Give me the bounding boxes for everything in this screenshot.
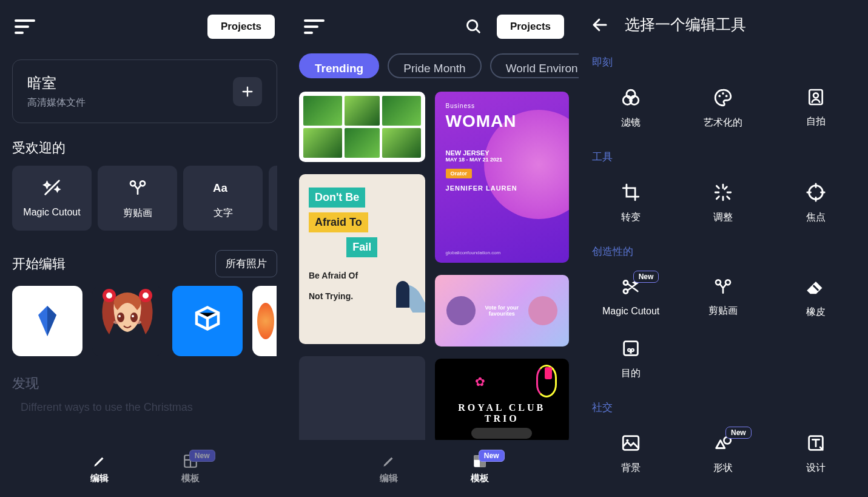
- diamond-icon: [29, 303, 66, 339]
- new-badge: New: [479, 450, 505, 462]
- tools-creative: New Magic Cutout 剪贴画 橡皮 目的: [579, 261, 868, 394]
- darkroom-subtitle: 高清媒体文件: [27, 96, 86, 109]
- template-card[interactable]: Vote for your favourites: [435, 275, 569, 347]
- nav-edit[interactable]: 编辑: [90, 453, 109, 484]
- tool-label: 焦点: [806, 211, 826, 224]
- template-text: Afraid To: [309, 212, 368, 232]
- projects-button[interactable]: Projects: [207, 15, 275, 39]
- template-card[interactable]: [299, 92, 425, 162]
- svg-point-23: [725, 95, 728, 97]
- text-icon: Aa: [212, 177, 234, 198]
- nav-label: 模板: [181, 473, 200, 484]
- photo-thumbnail[interactable]: [12, 286, 82, 356]
- section-label-instant: 即刻: [579, 49, 868, 72]
- tool-clipart[interactable]: 剪贴画: [677, 267, 769, 328]
- template-text: Fail: [346, 237, 377, 257]
- tool-artistic[interactable]: 艺术化的: [677, 78, 769, 139]
- eraser-icon: [806, 277, 826, 297]
- tool-label: 形状: [713, 462, 733, 475]
- svg-point-7: [113, 320, 119, 324]
- topbar: Projects: [289, 0, 579, 50]
- template-card[interactable]: ROYAL CLUB TRIO: [435, 359, 569, 444]
- anime-avatar-icon: [92, 286, 163, 356]
- tool-clipart[interactable]: 剪贴画: [98, 166, 177, 231]
- chip-trending[interactable]: Trending: [299, 53, 379, 78]
- section-label-social: 社交: [579, 394, 868, 417]
- svg-text:Aa: Aa: [213, 181, 227, 194]
- tool-label: 调整: [713, 211, 733, 224]
- tool-label: Magic Cutout: [23, 207, 80, 218]
- frame-scissors-icon: [621, 338, 641, 359]
- svg-point-25: [813, 93, 818, 98]
- template-card[interactable]: Business WOMAN NEW JERSEY MAY 18 - MAY 2…: [435, 92, 569, 263]
- section-discover: 发现: [0, 356, 289, 393]
- tool-adjust[interactable]: 调整: [677, 172, 769, 234]
- text-frame-icon: [806, 433, 826, 453]
- tool-magic-cutout[interactable]: New Magic Cutout: [585, 267, 677, 328]
- darkroom-title: 暗室: [27, 73, 86, 93]
- photos-row: [0, 286, 289, 356]
- back-arrow-icon[interactable]: [591, 16, 609, 34]
- nav-label: 模板: [471, 473, 489, 484]
- tool-transform[interactable]: 转变: [585, 172, 677, 234]
- scissors-icon: [127, 177, 149, 198]
- tool-background[interactable]: 背景: [585, 423, 677, 484]
- tool-label: 艺术化的: [704, 117, 742, 129]
- template-text: Orator: [446, 169, 473, 178]
- chip-pride-month[interactable]: Pride Month: [388, 53, 481, 78]
- tool-eraser[interactable]: 橡皮: [770, 267, 862, 328]
- template-text: globaliconfoundation.com: [446, 250, 501, 255]
- tool-purpose[interactable]: 目的: [585, 328, 677, 390]
- template-card[interactable]: [299, 356, 425, 453]
- tool-label: 剪贴画: [708, 305, 738, 317]
- portrait-icon: [806, 87, 826, 107]
- photo-thumbnail[interactable]: [172, 286, 243, 356]
- tool-magic-cutout[interactable]: Magic Cutout: [12, 166, 92, 231]
- tools-tools: 转变 调整 焦点: [579, 166, 868, 238]
- template-text: Vote for your: [485, 305, 519, 311]
- darkroom-card[interactable]: 暗室 高清媒体文件: [12, 59, 277, 123]
- tool-label: 背景: [621, 462, 641, 475]
- template-card[interactable]: Don't Be Afraid To Fail Be Afraid Of Not…: [299, 174, 425, 344]
- pencil-icon: [381, 453, 397, 469]
- svg-point-21: [719, 95, 721, 97]
- template-text: favourites: [485, 311, 519, 317]
- tool-label: 橡皮: [806, 306, 826, 319]
- target-icon: [806, 182, 826, 203]
- nav-templates[interactable]: 模板 New: [181, 453, 200, 484]
- tool-filter[interactable]: 滤镜: [585, 78, 677, 139]
- start-edit-header: 开始编辑 所有照片: [0, 231, 289, 286]
- all-photos-button[interactable]: 所有照片: [215, 250, 277, 277]
- nav-label: 编辑: [380, 473, 398, 484]
- page-title: 选择一个编辑工具: [625, 15, 746, 35]
- tool-label: Magic Cutout: [602, 306, 659, 317]
- tool-focus[interactable]: 焦点: [770, 172, 862, 234]
- tool-design[interactable]: 设计: [770, 423, 862, 484]
- template-text: TRIO: [485, 413, 519, 424]
- tool-text[interactable]: Aa 文字: [183, 166, 263, 231]
- tool-selfie[interactable]: 自拍: [770, 78, 862, 139]
- template-text: WOMAN: [446, 112, 558, 131]
- new-badge: New: [725, 427, 752, 439]
- chip-world-environment[interactable]: World Environme: [490, 53, 579, 78]
- svg-point-12: [143, 292, 149, 299]
- nav-templates[interactable]: 模板 New: [471, 453, 489, 484]
- nav-edit[interactable]: 编辑: [380, 453, 398, 484]
- search-icon[interactable]: [465, 18, 482, 35]
- pencil-icon: [92, 453, 107, 469]
- template-text: Be Afraid Of: [309, 271, 415, 280]
- section-label-creative: 创造性的: [579, 238, 868, 261]
- add-button[interactable]: [233, 77, 262, 106]
- crop-icon: [621, 182, 641, 203]
- svg-point-6: [132, 315, 134, 317]
- photo-thumbnail[interactable]: [252, 286, 277, 356]
- photo-thumbnail[interactable]: [92, 286, 163, 356]
- tool-shape[interactable]: New 形状: [677, 423, 769, 484]
- menu-icon[interactable]: [15, 19, 35, 34]
- template-text: JENNIFER LAUREN: [446, 184, 558, 192]
- template-text: Don't Be: [309, 188, 365, 208]
- projects-button[interactable]: Projects: [497, 15, 564, 39]
- menu-icon[interactable]: [304, 19, 325, 34]
- cube-icon: [191, 305, 224, 337]
- template-text: MAY 18 - MAY 21 2021: [446, 157, 558, 163]
